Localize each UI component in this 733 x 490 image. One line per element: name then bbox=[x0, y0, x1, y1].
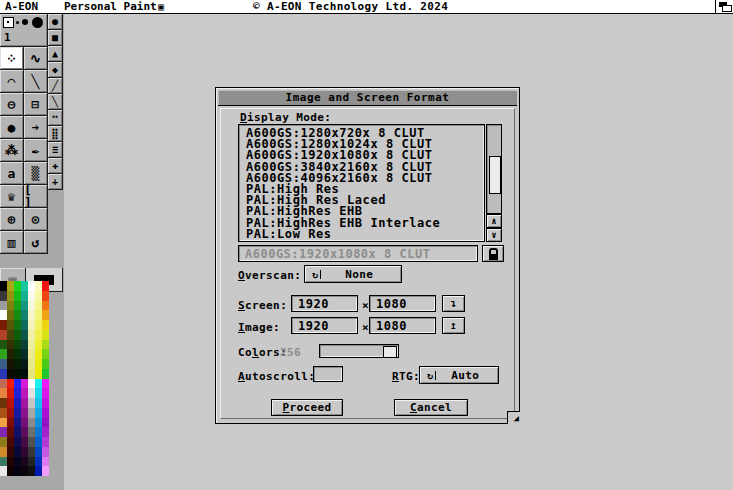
scroll-down-button[interactable]: ∨ bbox=[486, 228, 502, 242]
tool-brush-slash[interactable]: ╱ bbox=[48, 78, 63, 94]
tool-zoom-in[interactable]: ⊕ bbox=[0, 208, 24, 231]
palette-swatch[interactable] bbox=[21, 359, 28, 369]
palette-swatch[interactable] bbox=[7, 349, 14, 359]
palette-swatch[interactable] bbox=[7, 408, 14, 418]
palette-swatch[interactable] bbox=[21, 330, 28, 340]
image-width-field[interactable]: 1920 bbox=[291, 317, 358, 334]
palette-swatch[interactable] bbox=[42, 310, 49, 320]
palette-swatch[interactable] bbox=[7, 281, 14, 291]
palette-swatch[interactable] bbox=[42, 408, 49, 418]
palette-swatch[interactable] bbox=[35, 466, 42, 476]
palette-swatch[interactable] bbox=[7, 427, 14, 437]
app-title[interactable]: Personal Paint bbox=[64, 0, 157, 13]
palette-swatch[interactable] bbox=[28, 418, 35, 428]
screen-width-field[interactable]: 1920 bbox=[291, 295, 358, 312]
brush-size-selector[interactable]: 1 bbox=[0, 14, 48, 47]
palette-swatch[interactable] bbox=[14, 388, 21, 398]
palette-swatch[interactable] bbox=[14, 447, 21, 457]
tool-rectangle-outline[interactable]: ⊟ bbox=[24, 93, 48, 116]
brush-size-3-icon[interactable] bbox=[22, 19, 28, 25]
tool-brush-triangle[interactable]: ▲ bbox=[48, 46, 63, 62]
palette-swatch[interactable] bbox=[14, 369, 21, 379]
palette-swatch[interactable] bbox=[14, 457, 21, 467]
screen-depth-gadget[interactable] bbox=[715, 0, 733, 13]
palette-swatch[interactable] bbox=[21, 398, 28, 408]
tool-brush-square[interactable]: ■ bbox=[48, 30, 63, 46]
palette-swatch[interactable] bbox=[7, 330, 14, 340]
tool-line[interactable]: ╲ bbox=[24, 70, 48, 93]
tool-polygon-arrow[interactable]: ➔ bbox=[24, 116, 48, 139]
palette-swatch[interactable] bbox=[0, 291, 7, 301]
palette-swatch[interactable] bbox=[7, 320, 14, 330]
palette-swatch[interactable] bbox=[7, 369, 14, 379]
tool-trash[interactable]: ▥ bbox=[0, 231, 24, 254]
palette-swatch[interactable] bbox=[42, 281, 49, 291]
tool-pattern-dense[interactable]: ⣿ bbox=[48, 126, 63, 142]
mode-lock-button[interactable] bbox=[482, 245, 504, 262]
palette-swatch[interactable] bbox=[7, 388, 14, 398]
tool-symmetry[interactable]: ♛ bbox=[0, 185, 24, 208]
palette-swatch[interactable] bbox=[21, 310, 28, 320]
palette-swatch[interactable] bbox=[35, 340, 42, 350]
palette-swatch[interactable] bbox=[35, 408, 42, 418]
palette-swatch[interactable] bbox=[14, 398, 21, 408]
palette-swatch[interactable] bbox=[35, 320, 42, 330]
palette-swatch[interactable] bbox=[28, 398, 35, 408]
palette-swatch[interactable] bbox=[21, 427, 28, 437]
palette-swatch[interactable] bbox=[35, 349, 42, 359]
palette-swatch[interactable] bbox=[21, 418, 28, 428]
palette-swatch[interactable] bbox=[14, 408, 21, 418]
palette-swatch[interactable] bbox=[0, 379, 7, 389]
palette-swatch[interactable] bbox=[42, 398, 49, 408]
palette-swatch[interactable] bbox=[7, 398, 14, 408]
palette-swatch[interactable] bbox=[14, 330, 21, 340]
palette-swatch[interactable] bbox=[42, 447, 49, 457]
palette-swatch[interactable] bbox=[28, 301, 35, 311]
tool-dotted-freehand[interactable]: ⁘ bbox=[0, 47, 24, 70]
palette-swatch[interactable] bbox=[14, 310, 21, 320]
palette-swatch[interactable] bbox=[21, 466, 28, 476]
palette-swatch[interactable] bbox=[0, 408, 7, 418]
palette-swatch[interactable] bbox=[28, 457, 35, 467]
palette-swatch[interactable] bbox=[14, 349, 21, 359]
palette-swatch[interactable] bbox=[28, 349, 35, 359]
palette-swatch[interactable] bbox=[0, 437, 7, 447]
palette-swatch[interactable] bbox=[14, 291, 21, 301]
tool-brush-diamond[interactable]: ◆ bbox=[48, 62, 63, 78]
tool-magnify[interactable]: ⊙ bbox=[24, 208, 48, 231]
selected-mode-field[interactable]: A600GS:1920x1080x 8 CLUT bbox=[238, 245, 478, 262]
palette-swatch[interactable] bbox=[7, 466, 14, 476]
palette-swatch[interactable] bbox=[7, 457, 14, 467]
palette-swatch[interactable] bbox=[0, 310, 7, 320]
palette-swatch[interactable] bbox=[35, 359, 42, 369]
tool-ellipse-outline[interactable]: ⊖ bbox=[0, 93, 24, 116]
palette-swatch[interactable] bbox=[21, 369, 28, 379]
palette-swatch[interactable] bbox=[7, 379, 14, 389]
palette-swatch[interactable] bbox=[14, 281, 21, 291]
brush-size-4-icon[interactable] bbox=[32, 17, 43, 28]
palette-swatch[interactable] bbox=[14, 340, 21, 350]
palette-swatch[interactable] bbox=[7, 340, 14, 350]
palette-swatch[interactable] bbox=[35, 310, 42, 320]
proceed-button[interactable]: Proceed bbox=[271, 399, 343, 416]
palette-swatch[interactable] bbox=[14, 379, 21, 389]
tool-text[interactable]: a bbox=[0, 162, 24, 185]
palette-swatch[interactable] bbox=[42, 418, 49, 428]
palette-swatch[interactable] bbox=[21, 281, 28, 291]
palette-swatch[interactable] bbox=[35, 418, 42, 428]
palette-swatch[interactable] bbox=[28, 466, 35, 476]
palette-swatch[interactable] bbox=[35, 427, 42, 437]
colors-slider-thumb[interactable] bbox=[383, 346, 397, 358]
palette-swatch[interactable] bbox=[42, 359, 49, 369]
palette-swatch[interactable] bbox=[21, 388, 28, 398]
tool-brush-backslash[interactable]: ╲ bbox=[48, 94, 63, 110]
palette-swatch[interactable] bbox=[21, 408, 28, 418]
palette-swatch[interactable] bbox=[35, 457, 42, 467]
palette-swatch[interactable] bbox=[28, 291, 35, 301]
palette-swatch[interactable] bbox=[0, 330, 7, 340]
palette-swatch[interactable] bbox=[21, 447, 28, 457]
palette-swatch[interactable] bbox=[0, 281, 7, 291]
palette-swatch[interactable] bbox=[35, 330, 42, 340]
tool-undo[interactable]: ↺ bbox=[24, 231, 48, 254]
mode-list-scrollbar[interactable] bbox=[486, 124, 502, 214]
